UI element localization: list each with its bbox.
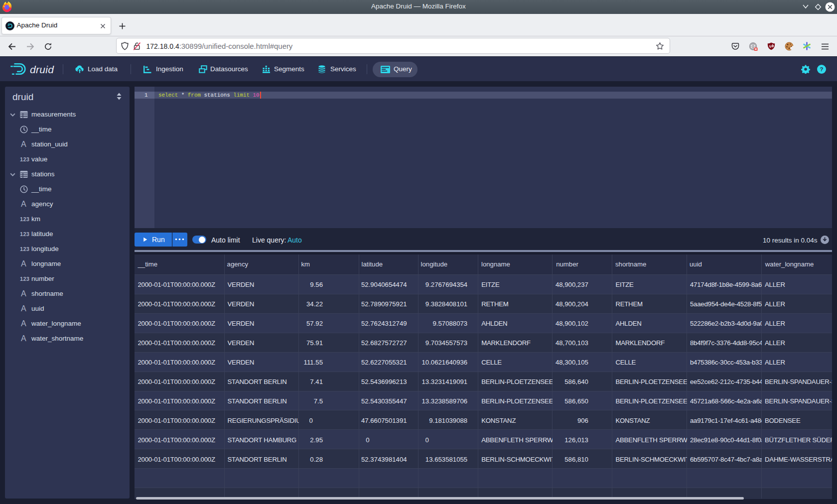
svg-text:?: ? — [820, 66, 823, 72]
